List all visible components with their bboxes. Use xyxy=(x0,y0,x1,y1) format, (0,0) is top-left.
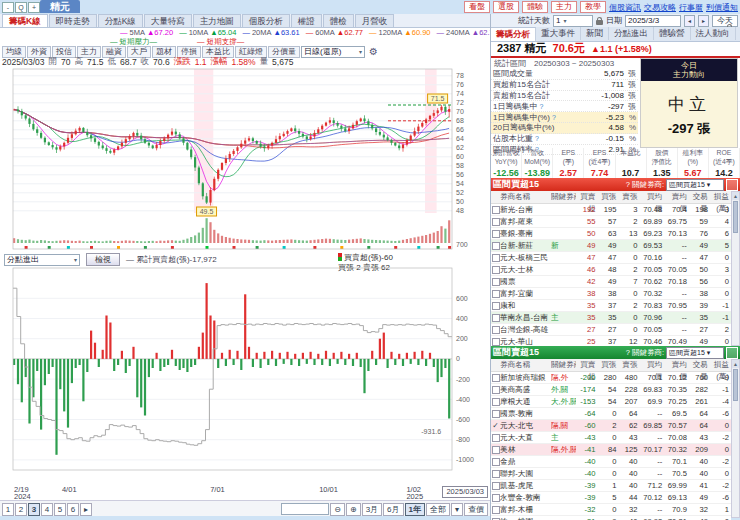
row-checkbox[interactable] xyxy=(492,266,500,274)
table-row[interactable]: 台新-新莊新4949069.53--495 xyxy=(491,240,731,252)
topbar-button[interactable]: 看盤 xyxy=(464,1,490,13)
table-row[interactable]: 永豐金-敦南-3954470.1269.1349-6 xyxy=(491,492,731,504)
topbar-button[interactable]: 選股 xyxy=(493,1,519,13)
row-checkbox[interactable] xyxy=(492,218,500,226)
page-button-5[interactable]: 5 xyxy=(54,503,66,516)
nav-tab-8[interactable]: 月營收 xyxy=(355,14,395,27)
row-checkbox[interactable] xyxy=(492,386,500,394)
table-row[interactable]: 美林隔,外,關-418412570.1770.322090 xyxy=(491,444,731,456)
nav-tab-4[interactable]: 主力地圖 xyxy=(193,14,241,27)
page-button-1[interactable]: 1 xyxy=(2,503,14,516)
stock-tab[interactable]: 精元 xyxy=(40,0,80,13)
range-dropdown-icon[interactable]: ▾ xyxy=(451,503,463,516)
nav-tab-0[interactable]: 籌碼K線 xyxy=(2,14,48,27)
table-row[interactable]: 富邦-宜蘭3838070.32--380 xyxy=(491,288,731,300)
table-row[interactable]: 元大-士林4648270.0570.05503 xyxy=(491,264,731,276)
table-row[interactable]: 元大-板橋三民4747070.16--470 xyxy=(491,252,731,264)
row-checkbox[interactable] xyxy=(492,482,500,490)
table-row[interactable]: 國票4249770.6270.18560 xyxy=(491,276,731,288)
today-button[interactable]: 今天 xyxy=(712,15,738,27)
date-input[interactable]: 2025/3/3 xyxy=(625,15,681,27)
panel-tab-2[interactable]: 新聞 xyxy=(581,27,609,40)
buy-table-scrollbar[interactable]: ▲ xyxy=(731,191,740,346)
row-checkbox[interactable] xyxy=(492,230,500,238)
page-button-2[interactable]: 2 xyxy=(15,503,27,516)
topbar-link[interactable]: 到價通知 xyxy=(706,2,738,13)
table-row[interactable]: 富邦-木柵-32032--70.9321 xyxy=(491,504,731,516)
broker-flow-chart[interactable]: 6004002000-200-400-600-800-1000-931.6 xyxy=(0,266,490,486)
nav-tab-5[interactable]: 個股分析 xyxy=(242,14,290,27)
sell-section-settings-button[interactable] xyxy=(726,347,738,359)
toggle-均線[interactable]: 均線 xyxy=(2,46,26,58)
price-volume-chart[interactable]: 4850525456586062646668707274767870049.57… xyxy=(0,67,490,253)
window-zoom-button[interactable]: + xyxy=(28,2,40,13)
table-row[interactable]: 華南永昌-台南主3535070.96--35-1 xyxy=(491,312,731,324)
table-row[interactable]: 統一-桃園-3194069.9270.31490 xyxy=(491,516,731,520)
table-row[interactable]: ✓元大-北屯隔,關-6026269.8570.57640 xyxy=(491,420,731,432)
topbar-link[interactable]: 交易攻略 xyxy=(644,2,676,13)
zoom-out-icon[interactable]: ⊖ xyxy=(330,503,345,516)
row-checkbox[interactable] xyxy=(492,290,500,298)
row-checkbox[interactable] xyxy=(492,506,500,514)
row-checkbox[interactable] xyxy=(492,254,500,262)
table-row[interactable]: 金鼎-40040--70.140-2 xyxy=(491,456,731,468)
nav-tab-3[interactable]: 大量特寫 xyxy=(144,14,192,27)
table-row[interactable]: 元大-大直主-43043--70.0843-2 xyxy=(491,432,731,444)
toggle-外資[interactable]: 外資 xyxy=(27,46,51,58)
price-check-button[interactable]: 查價 xyxy=(464,503,488,516)
row-checkbox[interactable] xyxy=(492,338,500,346)
row-checkbox[interactable] xyxy=(492,446,500,454)
page-more-button[interactable]: ▸ xyxy=(80,503,92,516)
zoom-in-icon[interactable]: ⊕ xyxy=(346,503,361,516)
flow-source-select[interactable]: 分點進出▾ xyxy=(4,254,80,266)
table-row[interactable]: 新加坡商瑞銀隔,外-20028048070.170.12760-9 xyxy=(491,372,731,384)
table-row[interactable]: 聯邦-大園-40040--70.5400 xyxy=(491,468,731,480)
window-zoom-button[interactable]: - xyxy=(2,2,14,13)
row-checkbox[interactable] xyxy=(492,374,500,382)
view-button[interactable]: 檢視 xyxy=(86,253,120,266)
row-checkbox[interactable] xyxy=(492,410,500,418)
panel-tab-4[interactable]: 體驗營 xyxy=(654,27,691,40)
row-checkbox[interactable] xyxy=(492,278,500,286)
topbar-link[interactable]: 行事曆 xyxy=(679,2,703,13)
date-prev-icon[interactable]: ◂ xyxy=(684,15,695,27)
table-row[interactable]: 康和3537270.8370.9539-1 xyxy=(491,300,731,312)
sell-section-filter-select[interactable]: 區間賣超15▾ xyxy=(666,347,724,359)
row-checkbox[interactable] xyxy=(492,398,500,406)
kline-select[interactable]: 日線(還原)▾ xyxy=(301,46,365,58)
table-row[interactable]: 摩根大通大,外,關-1535420769.970.25261-4 xyxy=(491,396,731,408)
row-checkbox[interactable] xyxy=(492,326,500,334)
table-row[interactable]: 美商高盛外,關-1745422869.8370.35282-1 xyxy=(491,384,731,396)
nav-tab-6[interactable]: 權證 xyxy=(291,14,322,27)
row-checkbox[interactable] xyxy=(492,302,500,310)
range-button-3月[interactable]: 3月 xyxy=(362,503,382,516)
row-checkbox[interactable] xyxy=(492,314,500,322)
nav-tab-7[interactable]: 體檢 xyxy=(323,14,354,27)
page-button-4[interactable]: 4 xyxy=(41,503,53,516)
buy-section-filter-select[interactable]: 區間買超15▾ xyxy=(666,179,724,191)
row-checkbox[interactable] xyxy=(492,470,500,478)
row-checkbox[interactable] xyxy=(492,206,500,214)
page-button-6[interactable]: 6 xyxy=(67,503,79,516)
table-row[interactable]: 台灣企銀-高雄2727070.05--272 xyxy=(491,324,731,336)
range-button-全部[interactable]: 全部 xyxy=(426,503,450,516)
toggle-分價量[interactable]: 分價量 xyxy=(268,46,300,58)
topbar-link[interactable]: 個股資訊 xyxy=(609,2,641,13)
panel-tab-0[interactable]: 籌碼分析 xyxy=(491,27,536,41)
panel-tab-1[interactable]: 重大事件 xyxy=(536,27,581,40)
date-next-icon[interactable]: ▸ xyxy=(698,15,709,27)
chart-search-input[interactable] xyxy=(281,503,329,515)
window-zoom-button[interactable]: Q xyxy=(15,2,27,13)
row-checkbox[interactable] xyxy=(492,434,500,442)
sell-table-scrollbar[interactable]: ▲ xyxy=(731,359,740,518)
table-row[interactable]: 臺銀-臺南50631369.2370.13766 xyxy=(491,228,731,240)
table-row[interactable]: 富邦-羅東5557269.8969.75594 xyxy=(491,216,731,228)
buy-section-settings-button[interactable] xyxy=(726,179,738,191)
row-checkbox[interactable] xyxy=(492,458,500,466)
nav-tab-1[interactable]: 即時走勢 xyxy=(49,14,97,27)
table-row[interactable]: 國票-敦南-64064--69.564-6 xyxy=(491,408,731,420)
topbar-button[interactable]: 主力 xyxy=(551,1,577,13)
topbar-button[interactable]: 體驗 xyxy=(522,1,548,13)
panel-tab-3[interactable]: 分點進出 xyxy=(609,27,654,40)
row-checkbox[interactable] xyxy=(492,242,500,250)
